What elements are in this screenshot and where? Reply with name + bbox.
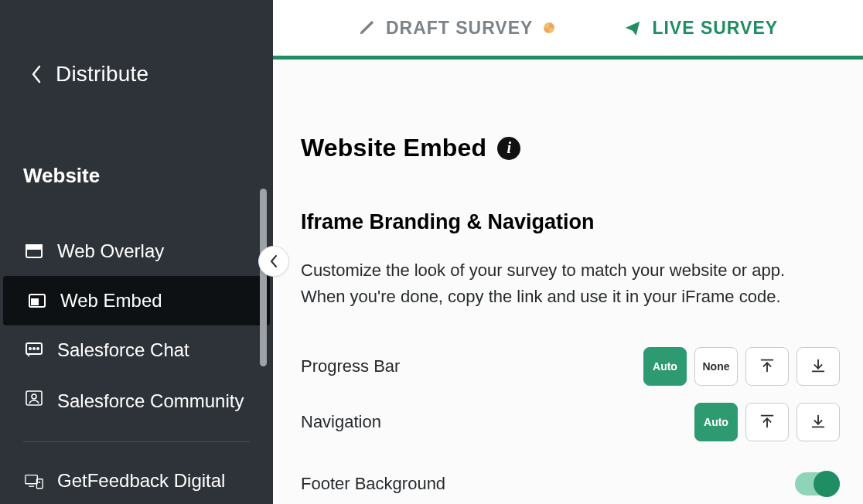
sidebar-item-web-embed[interactable]: Web Embed [3,276,270,325]
content: Website Embed i Iframe Branding & Naviga… [273,60,863,495]
svg-rect-10 [26,475,37,484]
tab-label: DRAFT SURVEY [386,18,534,39]
svg-point-7 [37,348,39,349]
setting-navigation: Navigation Auto [301,403,840,441]
footer-background-toggle[interactable] [795,472,840,495]
option-auto[interactable]: Auto [643,347,687,386]
option-bottom[interactable] [796,403,840,441]
arrow-down-bar-icon [810,357,827,376]
sidebar-item-getfeedback-digital[interactable]: GetFeedback Digital [0,456,273,504]
svg-point-9 [32,394,36,399]
sidebar-item-salesforce-community[interactable]: Salesforce Community [0,375,273,427]
send-icon [624,19,641,36]
svg-rect-8 [26,391,42,405]
overlay-icon [25,242,43,261]
back-button[interactable]: Distribute [0,0,273,87]
sidebar: Distribute Website Web Overlay Web Embed… [0,0,273,504]
tab-live-survey[interactable]: LIVE SURVEY [624,18,778,39]
setting-label: Progress Bar [301,356,400,376]
option-auto[interactable]: Auto [694,403,738,441]
setting-label: Footer Background [301,474,445,494]
scrollbar-thumb[interactable] [260,189,267,366]
back-label: Distribute [56,62,148,87]
svg-marker-13 [38,481,40,483]
sidebar-item-label: Salesforce Community [57,389,244,414]
section-subheading: Iframe Branding & Navigation [301,210,840,234]
sidebar-item-label: GetFeedback Digital [57,470,225,492]
option-bottom[interactable] [796,347,840,386]
arrow-up-bar-icon [759,413,776,432]
pencil-icon [358,19,375,36]
digital-icon [25,472,43,490]
svg-point-5 [29,348,31,349]
svg-point-6 [33,348,35,349]
arrow-up-bar-icon [759,357,776,376]
arrow-down-bar-icon [810,413,827,432]
page-title: Website Embed [301,134,486,162]
chevron-left-icon [31,65,42,83]
sidebar-item-salesforce-chat[interactable]: Salesforce Chat [0,325,273,375]
setting-progress-bar: Progress Bar Auto None [301,347,840,386]
main: DRAFT SURVEY LIVE SURVEY Website Embed i… [273,0,863,504]
navigation-options: Auto [694,403,840,441]
info-icon[interactable]: i [497,137,520,160]
embed-icon [28,291,46,310]
svg-rect-3 [32,299,38,305]
sidebar-item-label: Salesforce Chat [57,339,189,361]
setting-label: Navigation [301,412,381,432]
progress-bar-options: Auto None [643,347,840,386]
sidebar-item-label: Web Overlay [57,240,164,262]
tab-label: LIVE SURVEY [652,18,778,39]
sidebar-section-title: Website [0,87,273,188]
sidebar-item-web-overlay[interactable]: Web Overlay [0,226,273,276]
toggle-knob [814,471,840,497]
svg-rect-1 [26,245,42,249]
collapse-sidebar-button[interactable] [258,246,289,277]
section-description: Customize the look of your survey to mat… [301,257,827,310]
sidebar-divider [23,441,250,442]
option-top[interactable] [745,347,789,386]
tabs: DRAFT SURVEY LIVE SURVEY [273,0,863,56]
chat-icon [25,341,43,359]
sidebar-item-label: Web Embed [60,290,162,312]
option-top[interactable] [745,403,789,441]
option-none[interactable]: None [694,347,738,386]
tab-draft-survey[interactable]: DRAFT SURVEY [358,18,555,39]
sidebar-nav: Web Overlay Web Embed Salesforce Chat Sa… [0,226,273,504]
beta-indicator-icon [544,22,554,33]
community-icon [25,389,43,407]
setting-footer-background: Footer Background [301,472,840,495]
